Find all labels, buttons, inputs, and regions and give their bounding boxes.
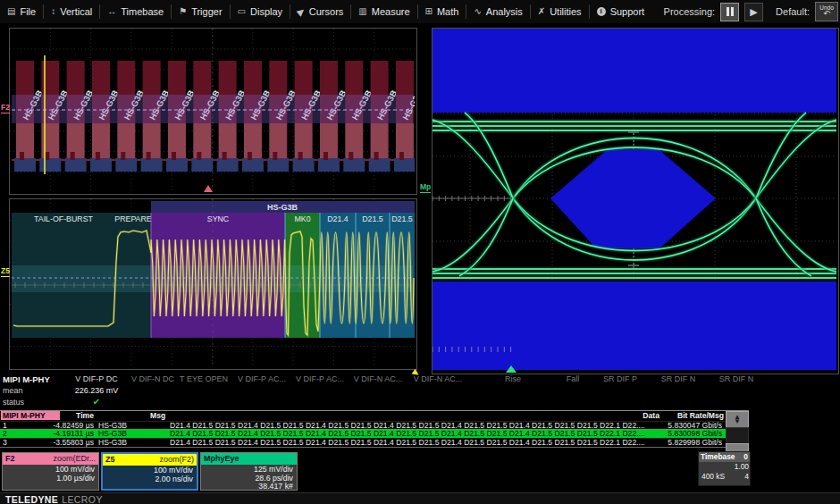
- measure-col-sr-dif-n[interactable]: SR DIF N: [719, 374, 754, 383]
- menu-item-utilities[interactable]: ✗Utilities: [531, 4, 589, 20]
- eye-mask-bottom: [433, 281, 836, 370]
- eye-diagram-panel[interactable]: [432, 28, 839, 374]
- trigger-flag-icon: ⚑: [179, 7, 187, 16]
- menu-item-label: Trigger: [191, 6, 222, 17]
- menu-item-file[interactable]: ▤File: [0, 4, 43, 20]
- descriptor-header: F2zoom(EDr...: [3, 453, 98, 465]
- measure-col-fall[interactable]: Fall: [567, 374, 580, 383]
- burst-waveform: HS-G3BHS-G3BHS-G3BHS-G3BHS-G3BHS-G3BHS-G…: [10, 29, 415, 192]
- measure-mean-value: 226.236 mV: [75, 386, 119, 395]
- timebase-samples: 400 kS: [701, 472, 725, 482]
- status-check-icon: ✔: [93, 397, 100, 407]
- measure-col-v-dif-n-dc[interactable]: V DIF-N DC: [131, 374, 174, 383]
- descriptor-box-z5[interactable]: Z5zoom(F2)100 mV/div2.00 ns/div: [101, 452, 198, 491]
- descriptor-title: zoom(EDr...: [53, 453, 96, 465]
- measure-col-rise[interactable]: Rise: [505, 374, 521, 383]
- measure-col-v-dif-n-ac-[interactable]: V DIF-N AC...: [414, 374, 463, 383]
- col-header-msg[interactable]: Msg: [150, 411, 165, 420]
- row-time: -3.55803 µs: [36, 439, 94, 447]
- table-scrollbar: ▲ ▼: [726, 411, 748, 451]
- descriptor-line: 38.417 k#: [201, 483, 293, 491]
- row-msg: HS-G3B: [98, 439, 127, 447]
- measure-col-sr-dif-n[interactable]: SR DIF N: [661, 374, 696, 383]
- decode-section-label: D21.5: [362, 214, 383, 223]
- trace-label-mp[interactable]: Mp: [420, 183, 431, 193]
- cursor-arrow-icon: ▶: [296, 6, 307, 18]
- table-row[interactable]: 3-3.55803 µsHS-G3BD21.4 D21.5 D21.5 D21.…: [0, 438, 749, 447]
- scrollbar-track[interactable]: [726, 427, 749, 444]
- descriptor-box-mphyeye[interactable]: MphyEye125 mV/div28.6 ps/div38.417 k#: [200, 452, 298, 491]
- menu-item-trigger[interactable]: ⚑Trigger: [172, 4, 229, 20]
- menu-item-label: Support: [610, 6, 645, 17]
- brand-teledyne: TELEDYNE: [5, 494, 58, 504]
- menu-item-label: Cursors: [309, 6, 344, 17]
- timebase-title: Timebase: [701, 452, 735, 462]
- measure-icon: ▥: [358, 7, 366, 16]
- descriptor-line: 1.00 µs/div: [3, 475, 95, 483]
- menu-item-measure[interactable]: ▥Measure: [351, 4, 416, 20]
- trace-label-z5[interactable]: Z5: [1, 267, 10, 277]
- descriptor-title: zoom(F2): [159, 454, 194, 466]
- menu-item-label: Analysis: [486, 6, 523, 17]
- descriptor-id: MphyEye: [204, 453, 239, 465]
- decode-section-label: TAIL-OF-BURST: [34, 214, 93, 223]
- decode-section-label: SYNC: [207, 214, 230, 223]
- zoom-waveform: TAIL-OF-BURSTPREPARESYNCMK0D21.4D21.5D21…: [10, 199, 415, 367]
- row-index: 3: [3, 439, 7, 447]
- processing-play-button[interactable]: ▶: [744, 3, 763, 21]
- analysis-icon: ∿: [474, 7, 481, 16]
- brand-footer: TELEDYNE LECROY: [0, 492, 840, 504]
- measure-col-v-dif-p-dc[interactable]: V DIF-P DC: [75, 374, 117, 383]
- menu-bar: ▤File↕Vertical↔Timebase⚑Trigger▭Display▶…: [0, 0, 840, 23]
- descriptor-id: Z5: [105, 454, 115, 466]
- measure-col-sr-dif-p[interactable]: SR DIF P: [603, 374, 637, 383]
- decode-section-label: MK0: [294, 214, 310, 223]
- measure-stat-status-label: status: [3, 398, 24, 407]
- menu-item-label: File: [20, 6, 36, 17]
- menu-item-support[interactable]: iSupport: [590, 4, 652, 20]
- menu-item-vertical[interactable]: ↕Vertical: [44, 4, 99, 20]
- burst-overview-panel[interactable]: HS-G3BHS-G3BHS-G3BHS-G3BHS-G3BHS-G3BHS-G…: [9, 28, 417, 195]
- support-info-icon: i: [597, 7, 606, 16]
- menu-item-label: Timebase: [121, 6, 164, 17]
- measure-col-v-dif-p-ac-[interactable]: V DIF-P AC...: [238, 374, 286, 383]
- measure-col-v-dif-n-ac-[interactable]: V DIF-N AC...: [354, 374, 403, 383]
- measure-col-v-dif-p-ac-[interactable]: V DIF-P AC...: [296, 374, 344, 383]
- descriptor-body: 100 mV/div2.00 ns/div: [103, 466, 197, 483]
- menu-item-cursors[interactable]: ▶Cursors: [290, 4, 350, 20]
- scrollbar-up-down-button[interactable]: ▲ ▼: [726, 411, 749, 428]
- decode-section-label: PREPARE: [114, 214, 152, 223]
- undo-button[interactable]: Undo ↶: [815, 2, 838, 21]
- menu-item-label: Display: [250, 6, 282, 17]
- descriptor-box-f2[interactable]: F2zoom(EDr...100 mV/div1.00 µs/div: [2, 452, 99, 491]
- timebase-rate: 4: [744, 472, 749, 482]
- processing-pause-button[interactable]: [720, 3, 739, 21]
- play-icon: ▶: [750, 7, 757, 17]
- trace-label-f2[interactable]: F2: [1, 104, 10, 113]
- menu-item-timebase[interactable]: ↔Timebase: [100, 4, 171, 20]
- col-header-bitrate[interactable]: Bit Rate/Msg: [668, 411, 724, 420]
- menu-item-analysis[interactable]: ∿Analysis: [466, 4, 529, 20]
- timebase-header-right: 0: [743, 452, 748, 462]
- decode-section-label: D21.4: [327, 214, 349, 223]
- measure-col-t-eye-open[interactable]: T EYE OPEN: [180, 374, 228, 383]
- row-bitrate: 5.829998 Gbit/s: [666, 439, 722, 447]
- col-header-time[interactable]: Time: [36, 411, 94, 420]
- zoom-decode-panel[interactable]: TAIL-OF-BURSTPREPARESYNCMK0D21.4D21.5D21…: [9, 198, 417, 370]
- row-data: D21.4 D21.5 D21.5 D21.4 D21.5 D21.5 D21.…: [170, 439, 659, 447]
- menu-item-math[interactable]: ⊞Math: [418, 4, 466, 20]
- oscilloscope-app: ▤File↕Vertical↔Timebase⚑Trigger▭Display▶…: [0, 0, 840, 504]
- measure-row-title: MIPI M-PHY: [3, 374, 50, 384]
- pause-icon: [727, 7, 729, 16]
- menu-items: ▤File↕Vertical↔Timebase⚑Trigger▭Display▶…: [0, 0, 651, 23]
- eye-mask-top: [433, 29, 836, 113]
- menu-item-label: Vertical: [60, 6, 92, 17]
- eye-diagram: [433, 29, 836, 372]
- eye-trigger-marker-icon: [506, 365, 517, 373]
- timebase-descriptor-box[interactable]: Timebase 0 1.00 400 kS 4: [698, 451, 751, 486]
- descriptor-body: 100 mV/div1.00 µs/div: [3, 465, 98, 483]
- brand-lecroy: LECROY: [62, 494, 103, 504]
- scroll-down-icon: ▼: [734, 420, 741, 424]
- menu-item-display[interactable]: ▭Display: [231, 4, 290, 20]
- col-header-data[interactable]: Data: [572, 411, 659, 420]
